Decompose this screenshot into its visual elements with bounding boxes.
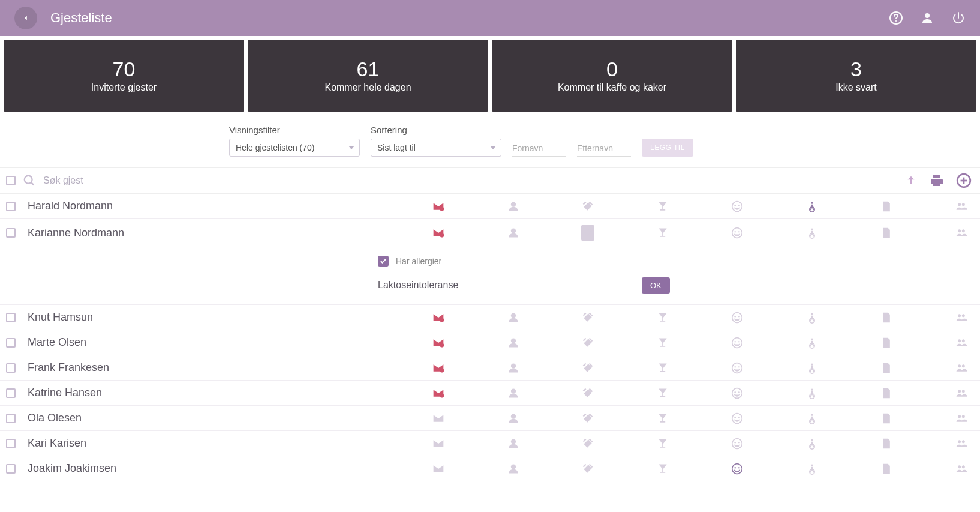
print-icon[interactable] bbox=[930, 173, 944, 188]
cutlery-icon[interactable] bbox=[581, 438, 594, 450]
accessibility-icon[interactable] bbox=[805, 362, 819, 374]
person-icon[interactable] bbox=[507, 337, 520, 349]
group-icon[interactable] bbox=[955, 387, 968, 399]
mail-icon[interactable] bbox=[432, 200, 445, 212]
accessibility-icon[interactable] bbox=[805, 387, 819, 399]
cutlery-icon[interactable] bbox=[581, 225, 594, 241]
add-guest-button[interactable]: LEGG TIL bbox=[642, 139, 693, 157]
stat-card-full-day[interactable]: 61 Kommer hele dagen bbox=[248, 40, 488, 112]
cutlery-icon[interactable] bbox=[581, 337, 594, 349]
accessibility-icon[interactable] bbox=[805, 438, 819, 450]
accessibility-icon[interactable] bbox=[805, 227, 819, 239]
guest-checkbox[interactable] bbox=[6, 414, 16, 423]
guest-name[interactable]: Katrine Hansen bbox=[23, 387, 425, 399]
guest-checkbox[interactable] bbox=[6, 313, 16, 322]
face-icon[interactable] bbox=[731, 227, 744, 239]
guest-name[interactable]: Karianne Nordmann bbox=[23, 227, 425, 239]
upload-icon[interactable] bbox=[904, 174, 918, 187]
group-icon[interactable] bbox=[955, 312, 968, 324]
allergy-input[interactable] bbox=[378, 279, 570, 292]
stat-card-no-reply[interactable]: 3 Ikke svart bbox=[736, 40, 976, 112]
back-button[interactable] bbox=[14, 7, 37, 29]
guest-name[interactable]: Knut Hamsun bbox=[23, 311, 425, 324]
cutlery-icon[interactable] bbox=[581, 387, 594, 399]
guest-checkbox[interactable] bbox=[6, 338, 16, 348]
cutlery-icon[interactable] bbox=[581, 412, 594, 424]
drink-icon[interactable] bbox=[656, 337, 669, 349]
face-icon[interactable] bbox=[731, 200, 744, 212]
group-icon[interactable] bbox=[955, 438, 968, 450]
mail-icon[interactable] bbox=[432, 463, 445, 475]
drink-icon[interactable] bbox=[656, 387, 669, 399]
guest-checkbox[interactable] bbox=[6, 439, 16, 448]
mail-icon[interactable] bbox=[432, 312, 445, 324]
person-icon[interactable] bbox=[507, 412, 520, 424]
guest-checkbox[interactable] bbox=[6, 464, 16, 474]
face-icon[interactable] bbox=[731, 362, 744, 374]
cutlery-icon[interactable] bbox=[581, 312, 594, 324]
person-icon[interactable] bbox=[507, 362, 520, 374]
face-icon[interactable] bbox=[731, 463, 744, 475]
accessibility-icon[interactable] bbox=[805, 463, 819, 475]
firstname-input[interactable] bbox=[512, 140, 566, 157]
cutlery-icon[interactable] bbox=[581, 362, 594, 374]
guest-checkbox[interactable] bbox=[6, 363, 16, 373]
power-icon[interactable] bbox=[951, 11, 966, 25]
note-icon[interactable] bbox=[880, 362, 893, 374]
cutlery-icon[interactable] bbox=[581, 463, 594, 475]
person-icon[interactable] bbox=[507, 312, 520, 324]
display-filter-select[interactable]: Hele gjestelisten (70) bbox=[229, 139, 360, 157]
search-input[interactable] bbox=[43, 175, 897, 186]
note-icon[interactable] bbox=[880, 463, 893, 475]
guest-checkbox[interactable] bbox=[6, 388, 16, 398]
face-icon[interactable] bbox=[731, 387, 744, 399]
drink-icon[interactable] bbox=[656, 200, 669, 212]
guest-name[interactable]: Frank Frankesen bbox=[23, 361, 425, 374]
drink-icon[interactable] bbox=[656, 227, 669, 239]
help-icon[interactable] bbox=[889, 11, 903, 25]
person-icon[interactable] bbox=[507, 227, 520, 239]
mail-icon[interactable] bbox=[432, 227, 445, 239]
lastname-input[interactable] bbox=[577, 140, 631, 157]
person-icon[interactable] bbox=[507, 438, 520, 450]
guest-name[interactable]: Joakim Joakimsen bbox=[23, 462, 425, 475]
mail-icon[interactable] bbox=[432, 438, 445, 450]
guest-name[interactable]: Harald Nordmann bbox=[23, 200, 425, 212]
note-icon[interactable] bbox=[880, 438, 893, 450]
person-icon[interactable] bbox=[507, 200, 520, 212]
person-icon[interactable] bbox=[507, 387, 520, 399]
accessibility-icon[interactable] bbox=[805, 337, 819, 349]
drink-icon[interactable] bbox=[656, 362, 669, 374]
drink-icon[interactable] bbox=[656, 412, 669, 424]
face-icon[interactable] bbox=[731, 312, 744, 324]
accessibility-icon[interactable] bbox=[805, 312, 819, 324]
group-icon[interactable] bbox=[955, 200, 968, 212]
guest-checkbox[interactable] bbox=[6, 228, 16, 238]
group-icon[interactable] bbox=[955, 362, 968, 374]
group-icon[interactable] bbox=[955, 337, 968, 349]
cutlery-icon[interactable] bbox=[581, 200, 594, 212]
accessibility-icon[interactable] bbox=[805, 412, 819, 424]
mail-icon[interactable] bbox=[432, 387, 445, 399]
group-icon[interactable] bbox=[955, 227, 968, 239]
note-icon[interactable] bbox=[880, 387, 893, 399]
note-icon[interactable] bbox=[880, 412, 893, 424]
mail-icon[interactable] bbox=[432, 412, 445, 424]
mail-icon[interactable] bbox=[432, 362, 445, 374]
group-icon[interactable] bbox=[955, 412, 968, 424]
has-allergies-checkbox[interactable] bbox=[378, 256, 389, 267]
drink-icon[interactable] bbox=[656, 312, 669, 324]
accessibility-icon[interactable] bbox=[805, 200, 819, 212]
guest-name[interactable]: Kari Karisen bbox=[23, 437, 425, 450]
person-icon[interactable] bbox=[507, 463, 520, 475]
stat-card-invited[interactable]: 70 Inviterte gjester bbox=[4, 40, 244, 112]
drink-icon[interactable] bbox=[656, 438, 669, 450]
note-icon[interactable] bbox=[880, 337, 893, 349]
guest-checkbox[interactable] bbox=[6, 202, 16, 211]
note-icon[interactable] bbox=[880, 200, 893, 212]
guest-name[interactable]: Marte Olsen bbox=[23, 336, 425, 349]
guest-name[interactable]: Ola Olesen bbox=[23, 412, 425, 424]
add-icon[interactable] bbox=[956, 173, 972, 188]
face-icon[interactable] bbox=[731, 337, 744, 349]
sort-select[interactable]: Sist lagt til bbox=[371, 139, 501, 157]
